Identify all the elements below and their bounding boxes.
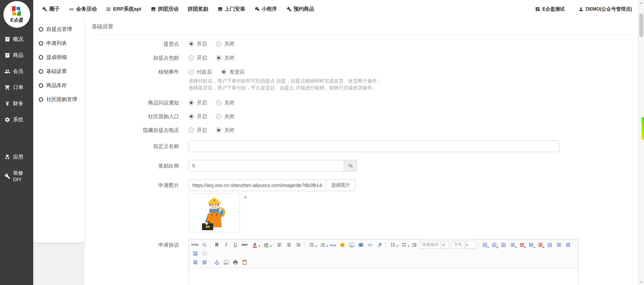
remove-image-icon[interactable]: × — [244, 195, 247, 200]
topnav-item-conference-activity[interactable]: 会务活动 — [69, 6, 97, 12]
pickup-free-shipping-option-1[interactable]: 关闭 — [216, 55, 234, 61]
verify-event-option-0[interactable]: 付款后 — [189, 69, 212, 75]
table-props-icon[interactable] — [499, 240, 508, 249]
pickup-point-radio-0[interactable] — [189, 41, 194, 47]
font-size-select[interactable]: 字号▾ — [451, 241, 476, 249]
map-icon[interactable] — [222, 258, 230, 267]
topnav-item-circle[interactable]: 圈子 — [42, 6, 60, 12]
submenu-panel: 自提点管理申请列表提成明细基础设置商品库存社区团购管理 — [33, 18, 85, 243]
pickup-point-option-0[interactable]: 开启 — [189, 41, 207, 47]
scrollbar-thumb[interactable] — [639, 14, 643, 37]
pickup-free-shipping-option-0[interactable]: 开启 — [189, 55, 207, 61]
pickup-point-radio-1[interactable] — [216, 41, 221, 47]
scroll-down-arrow[interactable]: ▼ — [639, 279, 644, 285]
sidebar-item-decorate-diy[interactable]: 装修DIY — [0, 165, 33, 187]
indent-icon[interactable] — [410, 240, 418, 249]
topnav-item-erp-api[interactable]: ERP系统api — [106, 6, 142, 12]
submenu-item-apply-list[interactable]: 申请列表 — [33, 36, 85, 50]
community-groupon-entry-radio-1[interactable] — [216, 114, 221, 119]
hide-pickup-phone-radio-0[interactable] — [189, 127, 194, 133]
scroll-up-arrow[interactable]: ▲ — [639, 0, 644, 6]
sidebar-item-apps[interactable]: 应用 — [0, 149, 33, 165]
insert-row-below-icon[interactable] — [555, 240, 563, 249]
blockquote-icon[interactable]: ““ — [329, 240, 337, 249]
unordered-list-icon[interactable] — [317, 240, 328, 249]
paragraph-format-select[interactable]: 段落格式▾ — [420, 241, 449, 249]
topnav-item-admin[interactable]: DEMO(公众号管理员) — [579, 6, 632, 12]
submenu-item-community-groupon-manage[interactable]: 社区团购管理 — [33, 92, 85, 107]
bold-icon[interactable]: B — [212, 240, 221, 249]
choose-image-button[interactable]: 选择图片 — [326, 179, 355, 191]
custom-name-input[interactable] — [189, 140, 559, 152]
reward-ratio-input[interactable] — [189, 160, 344, 172]
submenu-item-commission-detail[interactable]: 提成明细 — [33, 50, 85, 64]
community-groupon-entry-radio-0[interactable] — [189, 114, 194, 119]
underline-icon[interactable]: U — [231, 240, 240, 249]
hide-pickup-phone-radio-1[interactable] — [216, 127, 221, 133]
topnav-item-groupon-reward[interactable]: 拼团奖励 — [188, 6, 208, 12]
submenu-item-basic-settings[interactable]: 基础设置 — [33, 64, 85, 78]
emoji-icon[interactable] — [338, 240, 347, 249]
topnav-item-door-install[interactable]: 上门安装 — [218, 6, 245, 12]
submenu-item-goods-stock[interactable]: 商品库存 — [33, 78, 85, 92]
insert-link-icon[interactable] — [366, 240, 374, 249]
align-center-icon[interactable] — [284, 240, 293, 249]
anchor-icon[interactable] — [212, 258, 221, 267]
community-groupon-entry-option-0[interactable]: 开启 — [189, 113, 207, 120]
insert-media-icon[interactable] — [356, 240, 365, 249]
submenu-item-pickup-point-manage[interactable]: 自提点管理 — [33, 22, 85, 36]
split-rows-icon[interactable] — [191, 258, 199, 267]
verify-event-radio-0[interactable] — [189, 69, 194, 75]
insert-table-icon[interactable] — [481, 240, 489, 249]
delete-row-icon[interactable] — [518, 240, 526, 249]
hide-pickup-phone-option-1[interactable]: 关闭 — [216, 127, 234, 134]
font-color-icon[interactable]: A — [250, 240, 260, 249]
arrival-notice-option-1[interactable]: 关闭 — [216, 100, 234, 106]
sidebar-item-finance[interactable]: ¥财务 — [0, 96, 33, 112]
ordered-list-icon[interactable] — [306, 240, 317, 249]
topnav-item-account[interactable]: E企盈测试 — [535, 6, 564, 12]
align-left-icon[interactable] — [275, 240, 284, 249]
print-icon[interactable] — [231, 258, 240, 267]
sidebar-item-system[interactable]: 系统 — [0, 112, 33, 128]
sidebar-item-overview[interactable]: 概况 — [0, 31, 33, 47]
verify-event-radio-1[interactable] — [221, 69, 227, 75]
preview-icon[interactable] — [200, 240, 209, 249]
merge-cells-icon[interactable] — [545, 240, 554, 249]
sidebar-item-members[interactable]: 会员 — [0, 63, 33, 79]
pickup-free-shipping-radio-0[interactable] — [189, 55, 194, 61]
community-groupon-entry-option-1[interactable]: 关闭 — [216, 113, 234, 120]
editor-body[interactable] — [189, 268, 578, 285]
arrival-notice-option-0[interactable]: 开启 — [189, 100, 207, 106]
paste-icon[interactable] — [240, 258, 249, 267]
sidebar-item-orders[interactable]: 订单 — [0, 79, 33, 96]
split-cols-icon[interactable] — [200, 258, 209, 267]
align-right-icon[interactable] — [294, 240, 302, 249]
insert-image-icon[interactable] — [347, 240, 356, 249]
insert-col-left-icon[interactable] — [527, 240, 535, 249]
topnav-item-groupon-activity[interactable]: 拼团活动 — [151, 6, 179, 12]
sidebar-item-goods[interactable]: 商品 — [0, 47, 33, 63]
delete-col-icon[interactable] — [536, 240, 545, 249]
remove-format-icon[interactable] — [375, 240, 384, 249]
italic-icon[interactable]: I — [222, 240, 230, 249]
html-source-icon[interactable]: HTML — [191, 240, 199, 249]
highlight-color-icon[interactable]: ab — [261, 240, 271, 249]
verify-event-option-1[interactable]: 发货后 — [221, 69, 245, 75]
insert-row-above-icon[interactable] — [508, 240, 517, 249]
line-height-icon[interactable] — [387, 240, 398, 249]
arrival-notice-radio-1[interactable] — [216, 100, 221, 106]
paragraph-spacing-icon[interactable] — [399, 240, 409, 249]
delete-table-icon[interactable] — [490, 240, 498, 249]
hide-pickup-phone-option-0[interactable]: 开启 — [189, 127, 207, 134]
strikethrough-icon[interactable]: ABC — [240, 240, 249, 249]
apply-image-url-input[interactable] — [189, 179, 326, 191]
pickup-point-option-1[interactable]: 关闭 — [216, 41, 234, 47]
pickup-free-shipping-radio-1[interactable] — [216, 55, 221, 61]
topnav-item-reserve-goods[interactable]: 预约商品 — [287, 6, 314, 12]
insert-col-right-icon[interactable] — [564, 240, 572, 249]
fullscreen-icon[interactable] — [200, 249, 209, 258]
topnav-item-mini-program[interactable]: 小程序 — [255, 6, 277, 12]
cell-props-icon[interactable] — [191, 249, 199, 258]
arrival-notice-radio-0[interactable] — [189, 100, 194, 106]
